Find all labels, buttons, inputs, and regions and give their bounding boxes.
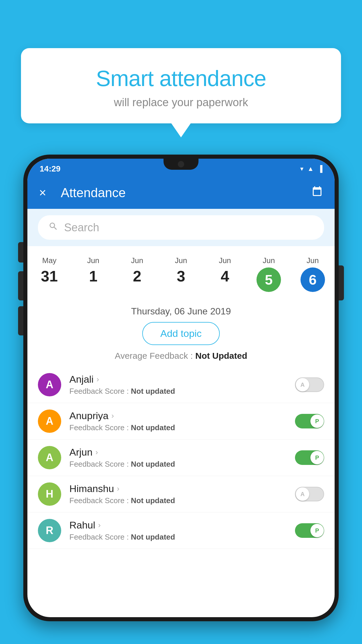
search-container: Search [27,209,335,246]
attendance-toggle[interactable]: P [295,450,324,465]
student-feedback: Feedback Score : Not updated [69,460,287,469]
avatar: A [38,373,61,396]
student-info: Rahul ›Feedback Score : Not updated [69,519,287,542]
date-col[interactable]: Jun1 [71,252,115,289]
student-info: Anjali ›Feedback Score : Not updated [69,374,287,396]
table-row[interactable]: AAnjali ›Feedback Score : Not updatedA [27,367,335,403]
feedback-value: Not updated [131,496,175,505]
battery-icon: ▐ [318,165,322,173]
feedback-value: Not updated [131,387,175,396]
volume-up-button [18,242,23,262]
date-day: 31 [41,267,58,285]
close-button[interactable]: × [39,186,46,200]
feedback-value: Not updated [131,533,175,541]
attendance-toggle[interactable]: A [295,377,324,392]
phone-frame: 14:29 ▾ ▲ ▐ × Attendance [23,155,339,621]
avg-feedback-label: Average Feedback : [115,351,193,360]
avatar: H [38,482,61,506]
date-day: 3 [177,267,185,285]
toggle-knob: P [310,451,324,464]
toggle-knob: P [310,414,324,428]
date-col[interactable]: Jun6 [291,252,335,296]
signal-icon: ▲ [307,165,314,173]
student-name: Rahul › [69,519,287,531]
date-month: Jun [87,256,99,265]
student-info: Arjun ›Feedback Score : Not updated [69,447,287,469]
date-month: Jun [131,256,143,265]
attendance-toggle[interactable]: A [295,487,324,501]
phone-notch [164,159,198,170]
student-feedback: Feedback Score : Not updated [69,423,287,432]
date-strip: May31Jun1Jun2Jun3Jun4Jun5Jun6 [27,246,335,299]
app-bar: × Attendance [27,177,335,209]
status-time: 14:29 [40,164,61,174]
table-row[interactable]: AAnupriya ›Feedback Score : Not updatedP [27,403,335,440]
date-month: Jun [175,256,187,265]
attendance-toggle[interactable]: P [295,414,324,428]
attendance-toggle[interactable]: P [295,523,324,538]
silent-button [18,306,23,335]
student-info: Himanshu ›Feedback Score : Not updated [69,483,287,505]
wifi-icon: ▾ [300,165,303,173]
power-button [339,265,344,300]
student-feedback: Feedback Score : Not updated [69,387,287,396]
add-topic-button[interactable]: Add topic [142,322,220,345]
avatar: R [38,519,61,542]
search-icon [48,221,58,234]
date-month: Jun [307,256,319,265]
student-feedback: Feedback Score : Not updated [69,496,287,505]
date-col[interactable]: Jun2 [115,252,159,289]
phone-screen: 14:29 ▾ ▲ ▐ × Attendance [27,159,335,617]
avg-feedback: Average Feedback : Not Updated [27,351,335,361]
status-icons: ▾ ▲ ▐ [300,165,322,173]
speech-bubble: Smart attendance will replace your paper… [21,48,341,123]
search-bar[interactable]: Search [38,215,324,240]
chevron-icon: › [95,448,98,457]
volume-down-button [18,271,23,300]
date-col[interactable]: May31 [27,252,71,289]
date-col[interactable]: Jun3 [159,252,203,289]
speech-bubble-title: Smart attendance [41,66,321,91]
student-name: Himanshu › [69,483,287,494]
date-day-active: 5 [256,267,281,292]
phone-wrapper: 14:29 ▾ ▲ ▐ × Attendance [23,155,339,644]
date-day-active: 6 [301,267,325,292]
avatar: A [38,410,61,433]
student-list: AAnjali ›Feedback Score : Not updatedAAA… [27,367,335,549]
table-row[interactable]: AArjun ›Feedback Score : Not updatedP [27,440,335,476]
calendar-icon[interactable] [311,186,323,200]
feedback-value: Not updated [131,423,175,432]
chevron-icon: › [117,484,120,493]
student-name: Arjun › [69,447,287,458]
chevron-icon: › [98,521,101,530]
chevron-icon: › [111,411,114,420]
date-day: 1 [89,267,97,285]
student-info: Anupriya ›Feedback Score : Not updated [69,410,287,432]
search-placeholder: Search [64,221,99,234]
camera [178,161,184,167]
toggle-knob: A [296,378,309,391]
student-name: Anupriya › [69,410,287,421]
toggle-knob: P [310,524,324,537]
date-col[interactable]: Jun5 [247,252,291,296]
feedback-value: Not updated [131,460,175,468]
table-row[interactable]: RRahul ›Feedback Score : Not updatedP [27,512,335,549]
date-col[interactable]: Jun4 [203,252,247,289]
chevron-icon: › [96,375,99,384]
avatar: A [38,446,61,469]
date-month: May [42,256,57,265]
date-day: 4 [221,267,229,285]
avg-feedback-value: Not Updated [195,351,247,360]
date-month: Jun [219,256,231,265]
selected-date-label: Thursday, 06 June 2019 [27,299,335,322]
speech-bubble-subtitle: will replace your paperwork [41,96,321,109]
date-month: Jun [263,256,275,265]
date-day: 2 [133,267,141,285]
student-name: Anjali › [69,374,287,385]
table-row[interactable]: HHimanshu ›Feedback Score : Not updatedA [27,476,335,512]
app-title: Attendance [61,186,311,200]
student-feedback: Feedback Score : Not updated [69,533,287,542]
toggle-knob: A [296,487,309,501]
